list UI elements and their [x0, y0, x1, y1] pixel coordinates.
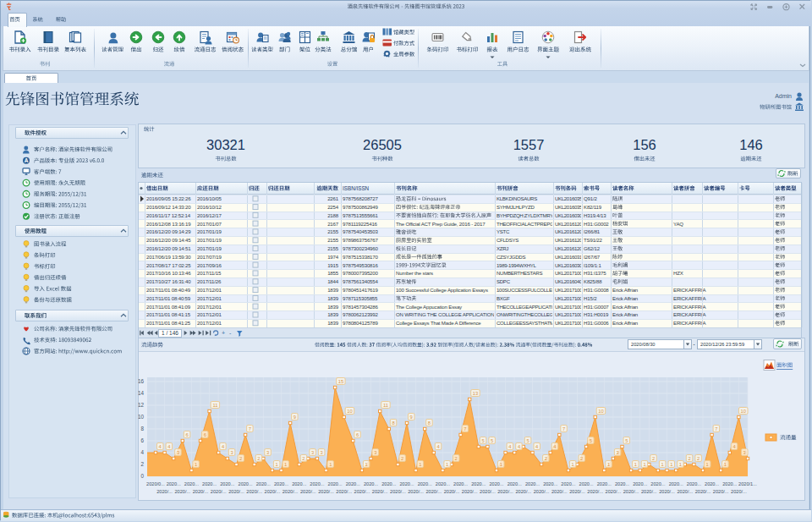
- svg-text:2020/...: 2020/...: [695, 489, 711, 494]
- svg-text:6: 6: [140, 437, 144, 443]
- svg-text:1: 1: [706, 462, 709, 467]
- svg-text:UKL2017100: UKL2017100: [555, 320, 583, 326]
- svg-text:3: 3: [374, 450, 376, 455]
- svg-text:ERICKAFFRIA: ERICKAFFRIA: [673, 304, 706, 310]
- svg-text:9787500862949: 9787500862949: [343, 204, 379, 210]
- svg-text:2155: 2155: [327, 228, 339, 234]
- svg-text:1855: 1855: [327, 270, 339, 276]
- svg-text:2020/...: 2020/...: [408, 489, 424, 494]
- svg-text:2020/0...: 2020/0...: [146, 481, 165, 486]
- svg-text:2020...: 2020...: [543, 481, 558, 486]
- svg-text:I109/1:1: I109/1:1: [584, 262, 601, 268]
- svg-text:5: 5: [481, 438, 484, 443]
- svg-text:2155: 2155: [327, 237, 339, 243]
- svg-text:2167: 2167: [327, 221, 339, 227]
- svg-text:1974: 1974: [327, 254, 339, 260]
- svg-text:2020...: 2020...: [597, 481, 612, 486]
- svg-text:2017/10/16 10:13:46: 2017/10/16 10:13:46: [146, 270, 191, 276]
- svg-text:2: 2: [455, 456, 458, 461]
- svg-text:2020...: 2020...: [346, 481, 361, 486]
- svg-text:2020...: 2020...: [561, 481, 576, 486]
- svg-text:1: 1: [329, 462, 332, 467]
- svg-text:UKL2016030: UKL2016030: [555, 212, 583, 218]
- svg-text:1: 1: [419, 462, 421, 467]
- svg-text:SYHMJLHLPYZD: SYHMJLHLPYZD: [497, 204, 535, 210]
- svg-text:2020...: 2020...: [256, 481, 272, 486]
- svg-text:2155: 2155: [327, 245, 339, 251]
- svg-text:1915: 1915: [327, 262, 339, 268]
- svg-text:2016/12/20 09:14:51: 2016/12/20 09:14:51: [146, 245, 191, 251]
- svg-text:5: 5: [491, 438, 493, 443]
- svg-text:1839: 1839: [327, 287, 339, 293]
- svg-text:2016/12/20 09:14:45: 2016/12/20 09:14:45: [146, 237, 191, 243]
- svg-text:9781119225416: 9781119225416: [343, 221, 378, 227]
- svg-text:2188: 2188: [327, 212, 339, 218]
- svg-text:9: 9: [294, 415, 296, 420]
- svg-text:College Essays That Made A Dif: College Essays That Made A Difference: [396, 320, 481, 326]
- svg-text:1989-1994WXHYL: 1989-1994WXHYL: [497, 262, 537, 268]
- svg-text:UKL2016031: UKL2016031: [555, 254, 583, 260]
- svg-text:1839: 1839: [327, 295, 339, 301]
- svg-text:4: 4: [140, 449, 144, 455]
- svg-text:2016/11/17 12:52:14: 2016/11/17 12:52:14: [146, 212, 191, 218]
- svg-text:2017/01/07: 2017/01/07: [197, 221, 222, 227]
- svg-text:2020/...: 2020/...: [265, 489, 281, 494]
- svg-text:9: 9: [410, 415, 413, 420]
- svg-text:UKL2016120: UKL2016120: [555, 245, 583, 251]
- svg-text:100SUCCESSFULCOLLEGE: 100SUCCESSFULCOLLEGE: [497, 287, 559, 293]
- svg-text:9780804125789: 9780804125789: [343, 320, 379, 326]
- svg-text:2020...: 2020...: [705, 481, 720, 486]
- svg-text:BYHPDZQH:ZYLDXTMRYS: BYHPDZQH:ZYLDXTMRYS: [497, 212, 557, 218]
- svg-text:2020...: 2020...: [525, 481, 540, 486]
- svg-text:2020...: 2020...: [615, 481, 630, 486]
- svg-text:2017/06/19 13:59:30: 2017/06/19 13:59:30: [146, 254, 191, 260]
- svg-text:2017/12/01: 2017/12/01: [197, 304, 222, 310]
- svg-text:UKL2016035: UKL2016035: [555, 204, 583, 210]
- svg-text:2016/10/05: 2016/10/05: [197, 195, 222, 201]
- svg-text:H15/2: H15/2: [584, 295, 597, 301]
- svg-text:Erick Affrian: Erick Affrian: [612, 287, 638, 293]
- svg-text:10: 10: [598, 409, 603, 414]
- svg-text:UKL2017100: UKL2017100: [555, 270, 583, 276]
- svg-text:3: 3: [266, 450, 269, 455]
- svg-text:2020/...: 2020/...: [480, 489, 496, 494]
- svg-text:2020...: 2020...: [687, 481, 702, 486]
- svg-text:2254: 2254: [327, 204, 339, 210]
- svg-text:H31:G0006: H31:G0006: [584, 320, 609, 326]
- svg-text:100 Successful College Applica: 100 Successful College Application Essay…: [396, 287, 488, 293]
- svg-text:2020/...: 2020/...: [623, 489, 639, 494]
- svg-text:XZRJ: XZRJ: [497, 245, 508, 251]
- svg-text:1: 1: [365, 462, 368, 467]
- svg-text:30321: 30321: [206, 137, 245, 152]
- svg-text:2020/...: 2020/...: [569, 489, 585, 494]
- svg-text:+: +: [222, 330, 225, 336]
- svg-text:1: 1: [284, 462, 287, 467]
- svg-text:2017/01/19: 2017/01/19: [197, 245, 222, 251]
- svg-text:1: 1: [661, 462, 664, 467]
- svg-text:8: 8: [392, 420, 394, 426]
- svg-text:2020/...: 2020/...: [731, 489, 747, 494]
- svg-text:9780062123992: 9780062123992: [343, 311, 379, 317]
- svg-text:ERICKAFFRIA: ERICKAFFRIA: [673, 295, 706, 301]
- svg-text:HZX: HZX: [673, 270, 683, 276]
- svg-text:3: 3: [230, 450, 233, 455]
- svg-text:G62/12: G62/12: [584, 245, 601, 251]
- svg-text:5: 5: [590, 438, 592, 443]
- svg-text:3: 3: [321, 450, 323, 455]
- svg-text:2020...: 2020...: [399, 481, 414, 486]
- svg-text:2020/...: 2020/...: [606, 489, 622, 494]
- svg-text:2020...: 2020...: [489, 481, 504, 486]
- svg-text:A: A: [25, 157, 29, 163]
- svg-text:Erick Affrian: Erick Affrian: [612, 320, 638, 326]
- svg-text:2017/12/01: 2017/12/01: [197, 320, 222, 326]
- svg-text:7: 7: [562, 426, 565, 431]
- svg-text:2: 2: [545, 456, 547, 461]
- svg-text:2020/...: 2020/...: [211, 489, 227, 494]
- svg-text:9780451417619: 9780451417619: [343, 287, 379, 293]
- svg-text:2020...: 2020...: [292, 481, 307, 486]
- svg-text:2017/11/01 08:41:09: 2017/11/01 08:41:09: [146, 304, 191, 310]
- svg-text:14: 14: [138, 390, 145, 396]
- svg-text:2020/...: 2020/...: [641, 489, 657, 494]
- svg-text:2020...: 2020...: [310, 481, 325, 486]
- svg-text:THECOLLEGEAPPLICATIC: THECOLLEGEAPPLICATIC: [497, 304, 557, 310]
